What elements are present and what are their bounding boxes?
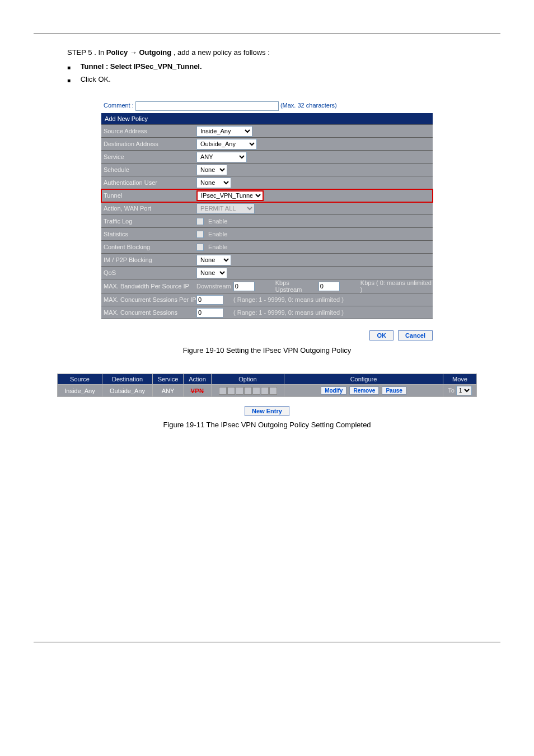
bullet-ok: ■ Click OK. — [67, 75, 500, 83]
table-row: Inside_Any Outside_Any ANY VPN Modify Re… — [58, 385, 477, 397]
option-slot-icon — [236, 387, 243, 395]
section-header: Add New Policy — [101, 113, 433, 125]
comment-input[interactable] — [135, 101, 279, 111]
row-traffic-log: Traffic Log Enable — [101, 215, 433, 228]
option-slot-icon — [261, 387, 269, 395]
select-dest[interactable]: Outside_Any — [196, 139, 257, 150]
downstream-label: Downstream — [196, 283, 231, 290]
upstream-input[interactable] — [318, 282, 340, 291]
label-qos: QoS — [101, 269, 196, 276]
enable-text: Enable — [208, 244, 227, 250]
cancel-button[interactable]: Cancel — [398, 330, 433, 340]
bw-note: Kbps ( 0: means unlimited ) — [360, 279, 433, 293]
step-line: STEP 5 . In Policy → Outgoing , add a ne… — [67, 48, 500, 57]
label-imp2p: IM / P2P Blocking — [101, 256, 196, 263]
row-dest-address: Destination Address Outside_Any — [101, 138, 433, 151]
label-maxsessip: MAX. Concurrent Sessions Per IP — [101, 296, 196, 303]
figure-caption-2: Figure 19-11 The IPsec VPN Outgoing Poli… — [34, 421, 500, 429]
label-content: Content Blocking — [101, 244, 196, 250]
select-auth[interactable]: None — [196, 178, 231, 188]
label-traffic: Traffic Log — [101, 218, 196, 225]
th-dest: Destination — [102, 374, 153, 385]
select-source[interactable]: Inside_Any — [196, 126, 252, 137]
checkbox-stats[interactable] — [196, 231, 204, 238]
select-service[interactable]: ANY — [196, 152, 247, 162]
new-entry-button[interactable]: New Entry — [245, 406, 289, 416]
comment-row: Comment : (Max. 32 characters) — [101, 100, 433, 113]
select-imp2p[interactable]: None — [196, 255, 231, 265]
row-schedule: Schedule None — [101, 164, 433, 176]
select-action: PERMIT ALL — [196, 203, 255, 214]
label-dest: Destination Address — [101, 141, 196, 147]
th-service: Service — [153, 374, 184, 385]
cell-move: To 1 — [443, 385, 477, 397]
step-after: , add a new policy as follows : — [174, 48, 270, 57]
row-content-blocking: Content Blocking Enable — [101, 241, 433, 254]
option-slot-icon — [252, 387, 260, 395]
step-prefix: STEP 5 . In — [67, 48, 106, 57]
th-move: Move — [443, 374, 477, 385]
ok-button[interactable]: OK — [369, 330, 394, 340]
option-slot-icon — [219, 387, 227, 395]
label-auth: Authentication User — [101, 179, 196, 186]
row-max-bandwidth: MAX. Bandwidth Per Source IP Downstream … — [101, 279, 433, 293]
th-configure: Configure — [284, 374, 443, 385]
row-tunnel: Tunnel IPsec_VPN_Tunnel — [101, 189, 433, 202]
maxsess-input[interactable] — [196, 308, 223, 318]
bottom-divider — [34, 642, 500, 642]
row-max-sess: MAX. Concurrent Sessions ( Range: 1 - 99… — [101, 306, 433, 319]
select-qos[interactable]: None — [196, 268, 227, 278]
label-tunnel: Tunnel — [101, 192, 196, 199]
vpn-badge: VPN — [190, 388, 204, 394]
label-maxbw: MAX. Bandwidth Per Source IP — [101, 283, 196, 290]
row-auth-user: Authentication User None — [101, 176, 433, 189]
bullet-text-1: Tunnel : Select IPSec_VPN_Tunnel. — [81, 62, 202, 71]
upstream-label: Kbps Upstream — [275, 279, 316, 293]
remove-button[interactable]: Remove — [349, 386, 379, 395]
pause-button[interactable]: Pause — [382, 386, 406, 395]
row-action-wan: Action, WAN Port PERMIT ALL — [101, 202, 433, 215]
comment-hint: (Max. 32 characters) — [280, 102, 337, 109]
label-stats: Statistics — [101, 231, 196, 237]
enable-text: Enable — [208, 231, 227, 237]
row-max-sess-per-ip: MAX. Concurrent Sessions Per IP ( Range:… — [101, 293, 433, 306]
option-slot-icon — [227, 387, 235, 395]
option-slot-icon — [244, 387, 252, 395]
step-bold-outgoing: Outgoing — [139, 48, 171, 57]
checkbox-content[interactable] — [196, 244, 204, 251]
checkbox-traffic[interactable] — [196, 218, 204, 225]
row-im-p2p: IM / P2P Blocking None — [101, 254, 433, 267]
row-service: Service ANY — [101, 151, 433, 164]
maxsessip-input[interactable] — [196, 295, 223, 305]
modify-button[interactable]: Modify — [321, 386, 346, 395]
cell-source: Inside_Any — [58, 385, 102, 397]
arrow-icon: → — [130, 48, 137, 57]
bullet-tunnel: ■ Tunnel : Select IPSec_VPN_Tunnel. — [67, 62, 500, 71]
square-bullet-icon: ■ — [67, 77, 73, 83]
label-source: Source Address — [101, 128, 196, 134]
cell-service: ANY — [153, 385, 184, 397]
th-source: Source — [58, 374, 102, 385]
new-entry-row: New Entry — [34, 406, 500, 416]
select-tunnel[interactable]: IPsec_VPN_Tunnel — [196, 190, 264, 201]
sessip-note: ( Range: 1 - 99999, 0: means unlimited ) — [233, 296, 344, 303]
sess-note: ( Range: 1 - 99999, 0: means unlimited ) — [233, 309, 344, 316]
step-bold-policy: Policy — [106, 48, 130, 57]
label-maxsess: MAX. Concurrent Sessions — [101, 309, 196, 316]
table-header-row: Source Destination Service Action Option… — [58, 374, 477, 385]
comment-label: Comment : — [104, 102, 134, 109]
policy-form: Comment : (Max. 32 characters) Add New P… — [101, 100, 433, 340]
button-row: OK Cancel — [101, 330, 433, 340]
move-select[interactable]: 1 — [456, 386, 472, 395]
cell-action: VPN — [184, 385, 212, 397]
rule-table: Source Destination Service Action Option… — [57, 374, 477, 397]
th-action: Action — [184, 374, 212, 385]
row-qos: QoS None — [101, 267, 433, 279]
downstream-input[interactable] — [233, 282, 255, 291]
label-action: Action, WAN Port — [101, 205, 196, 212]
th-option: Option — [212, 374, 284, 385]
row-statistics: Statistics Enable — [101, 228, 433, 241]
cell-configure: Modify Remove Pause — [284, 385, 443, 397]
select-schedule[interactable]: None — [196, 165, 227, 175]
enable-text: Enable — [208, 218, 227, 225]
